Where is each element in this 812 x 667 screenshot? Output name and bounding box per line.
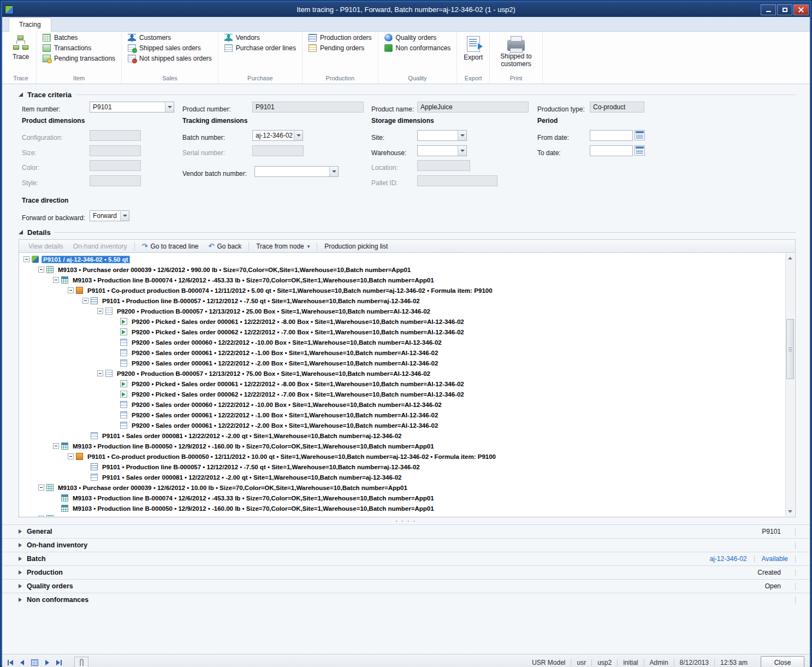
tree-node[interactable]: M9103 • Production line B-000074 • 12/6/… — [20, 275, 785, 285]
toolbar-button[interactable]: On-hand inventory — [68, 241, 132, 251]
tree-node[interactable]: P9200 • Picked • Sales order 000061 • 12… — [20, 379, 785, 389]
vendor-batch-number-dropdown-icon[interactable] — [329, 166, 339, 177]
tree-node[interactable]: P9200 • Picked • Sales order 000061 • 12… — [20, 316, 785, 327]
close-button[interactable] — [793, 4, 809, 15]
splitter-handle[interactable] — [2, 517, 810, 524]
tree-node[interactable]: P9200 • Sales order 000061 • 12/22/2012 … — [20, 347, 785, 358]
scrollbar-thumb[interactable] — [786, 319, 794, 379]
tree-node[interactable]: P9200 • Sales order 000060 • 12/22/2012 … — [20, 337, 785, 347]
export-button[interactable]: Export — [461, 33, 485, 74]
vertical-scrollbar[interactable] — [785, 253, 795, 516]
collapse-toggle-icon[interactable] — [38, 516, 44, 517]
trace-criteria-header[interactable]: Trace criteria — [19, 90, 796, 99]
previous-record-button[interactable] — [20, 660, 24, 665]
first-record-button[interactable] — [8, 660, 13, 665]
from-date-value[interactable] — [590, 130, 633, 141]
batch-number-value[interactable]: aj-12-346-02 — [252, 130, 294, 141]
grid-view-button[interactable] — [31, 659, 38, 666]
item-number-dropdown-icon[interactable] — [165, 102, 174, 113]
tree-node[interactable]: P9101 • Sales order 000081 • 12/22/2012 … — [20, 430, 785, 441]
collapse-toggle-icon[interactable] — [38, 267, 44, 273]
item-number-value[interactable]: P9101 — [90, 102, 165, 113]
tree-node[interactable]: M9103 • Purchase order 000039 • 12/6/201… — [20, 482, 785, 493]
item-number-combo[interactable]: P9101 — [90, 102, 174, 113]
tree-node[interactable]: P9200 • Picked • Sales order 000062 • 12… — [20, 389, 785, 399]
toolbar-button[interactable]: View details — [23, 241, 68, 251]
from-date-calendar-icon[interactable] — [635, 130, 645, 140]
tree-node[interactable]: P9200 • Sales order 000061 • 12/22/2012 … — [20, 410, 785, 420]
ribbon-button[interactable]: Non conformances — [382, 44, 453, 52]
from-date-field[interactable] — [590, 130, 645, 141]
collapse-toggle-icon[interactable] — [23, 256, 29, 262]
direction-combo[interactable]: Forward — [90, 210, 129, 221]
tree-node[interactable]: P9200 • Sales order 000061 • 12/22/2012 … — [20, 358, 785, 368]
toolbar-button[interactable]: ↶ Go back — [204, 241, 247, 251]
shipped-to-customers-button[interactable]: Shipped to customers — [494, 33, 538, 74]
scroll-up-icon[interactable] — [786, 253, 795, 263]
tree-node[interactable]: M9103 • Production line B-000050 • 12/9/… — [20, 503, 785, 513]
minimize-button[interactable] — [761, 4, 776, 15]
fasttab-header[interactable]: Quality orders Open — [2, 579, 810, 593]
tree-node[interactable]: M9104 • Purchase order 000040 • 12/6/201… — [20, 513, 785, 517]
collapse-toggle-icon[interactable] — [82, 298, 88, 304]
tree-node[interactable]: M9103 • Production line B-000050 • 12/9/… — [20, 441, 785, 451]
details-header[interactable]: Details — [19, 227, 796, 237]
to-date-calendar-icon[interactable] — [635, 145, 645, 156]
close-form-button[interactable]: Close — [761, 656, 804, 667]
fasttab-header[interactable]: On-hand inventory — [2, 538, 810, 552]
tree-node[interactable]: P9200 • Sales order 000061 • 12/22/2012 … — [20, 420, 785, 430]
tab-tracing[interactable]: Tracing — [9, 17, 51, 32]
toolbar-button[interactable]: ↷ Go to traced line — [137, 241, 204, 251]
attachments-button[interactable] — [74, 657, 88, 667]
ribbon-button[interactable]: Shipped sales orders — [126, 44, 203, 52]
tree-node[interactable]: P9101 • Sales order 000081 • 12/22/2012 … — [20, 472, 785, 482]
collapse-toggle-icon[interactable] — [68, 287, 74, 293]
collapse-toggle-icon[interactable] — [38, 485, 44, 491]
last-record-button[interactable] — [56, 660, 62, 665]
ribbon-button[interactable]: Batches — [40, 33, 80, 42]
tree-node[interactable]: P9200 • Production B-000057 • 12/13/2012… — [20, 306, 785, 316]
next-record-button[interactable] — [45, 660, 49, 665]
vendor-batch-number-combo[interactable] — [254, 166, 339, 177]
tree-node[interactable]: P9101 / aj-12-346-02 • 5.50 qt — [20, 254, 785, 264]
to-date-field[interactable] — [590, 145, 645, 156]
ribbon-button[interactable]: Pending orders — [306, 44, 366, 52]
fasttab-header[interactable]: General P9101 — [2, 524, 810, 538]
collapse-toggle-icon[interactable] — [97, 370, 103, 376]
batch-number-dropdown-icon[interactable] — [294, 130, 303, 141]
tree-node[interactable]: P9200 • Production B-000057 • 12/13/2012… — [20, 368, 785, 379]
site-dropdown-icon[interactable] — [458, 130, 467, 141]
ribbon-button[interactable]: Quality orders — [382, 33, 439, 42]
collapse-toggle-icon[interactable] — [97, 308, 103, 314]
tree-node[interactable]: P9200 • Sales order 000060 • 12/22/2012 … — [20, 399, 785, 410]
ribbon-button[interactable]: Purchase order lines — [222, 44, 298, 52]
ribbon-button[interactable]: Production orders — [306, 33, 374, 42]
toolbar-button[interactable]: Production picking list — [319, 241, 393, 251]
toolbar-button[interactable]: Trace from node ▾ — [251, 241, 315, 251]
fasttab-header[interactable]: Batch aj-12-346-02 Available — [2, 552, 810, 565]
to-date-value[interactable] — [590, 145, 633, 156]
tree-node[interactable]: P9200 • Picked • Sales order 000062 • 12… — [20, 327, 785, 337]
tree-node[interactable]: P9101 • Co-product production B-000074 •… — [20, 285, 785, 296]
direction-dropdown-icon[interactable] — [120, 210, 129, 221]
tree-node[interactable]: M9103 • Purchase order 000039 • 12/6/201… — [20, 264, 785, 275]
ribbon-button[interactable]: Transactions — [40, 44, 93, 52]
ribbon-button[interactable]: Vendors — [222, 33, 262, 42]
ribbon-button[interactable]: Customers — [126, 33, 173, 42]
fasttab-header[interactable]: Production Created — [2, 565, 810, 579]
collapse-toggle-icon[interactable] — [53, 443, 59, 449]
site-combo[interactable] — [417, 130, 467, 141]
maximize-button[interactable] — [777, 4, 792, 15]
scroll-down-icon[interactable] — [786, 507, 795, 516]
tree-node[interactable]: P9101 • Co-product production B-000050 •… — [20, 451, 785, 462]
site-value[interactable] — [417, 130, 458, 141]
fasttab-header[interactable]: Non conformances — [2, 593, 810, 606]
ribbon-button[interactable]: Pending transactions — [40, 54, 117, 63]
collapse-toggle-icon[interactable] — [53, 277, 59, 283]
ribbon-button[interactable]: Not shipped sales orders — [126, 54, 214, 63]
trace-button[interactable]: Trace — [9, 33, 32, 74]
warehouse-value[interactable] — [417, 145, 458, 156]
tree-node[interactable]: M9103 • Production line B-000074 • 12/6/… — [20, 493, 785, 503]
tree-node[interactable]: P9101 • Production line B-000057 • 12/12… — [20, 296, 785, 306]
batch-number-combo[interactable]: aj-12-346-02 — [252, 130, 303, 141]
